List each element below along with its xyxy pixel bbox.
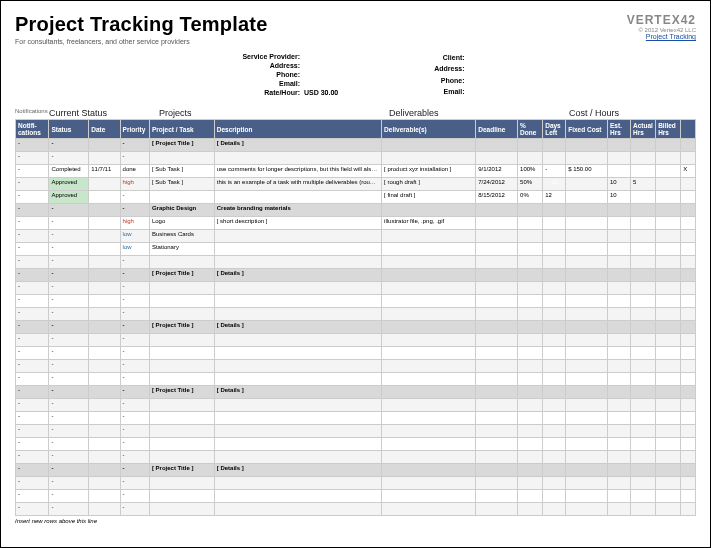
cell[interactable] xyxy=(543,490,566,503)
cell[interactable] xyxy=(149,451,214,464)
cell[interactable] xyxy=(543,503,566,516)
cell[interactable] xyxy=(681,256,696,269)
cell[interactable] xyxy=(89,477,120,490)
cell[interactable] xyxy=(382,334,476,347)
cell[interactable] xyxy=(476,243,518,256)
cell[interactable] xyxy=(543,334,566,347)
cell[interactable] xyxy=(214,399,381,412)
cell[interactable] xyxy=(608,503,631,516)
cell[interactable] xyxy=(608,165,631,178)
cell[interactable] xyxy=(631,204,656,217)
cell[interactable] xyxy=(631,269,656,282)
cell[interactable] xyxy=(382,399,476,412)
cell[interactable] xyxy=(149,412,214,425)
cell[interactable]: low xyxy=(120,230,149,243)
cell[interactable]: 8/15/2012 xyxy=(476,191,518,204)
cell[interactable]: - xyxy=(49,334,89,347)
cell[interactable]: illustrator file, .png, .gif xyxy=(382,217,476,230)
cell[interactable]: - xyxy=(16,230,49,243)
cell[interactable] xyxy=(476,230,518,243)
cell[interactable] xyxy=(608,334,631,347)
cell[interactable]: - xyxy=(120,191,149,204)
cell[interactable]: - xyxy=(49,269,89,282)
cell[interactable] xyxy=(543,347,566,360)
cell[interactable]: - xyxy=(49,152,89,165)
cell[interactable]: - xyxy=(49,425,89,438)
cell[interactable] xyxy=(476,347,518,360)
cell[interactable] xyxy=(543,295,566,308)
cell[interactable] xyxy=(608,321,631,334)
cell[interactable]: - xyxy=(49,308,89,321)
cell[interactable] xyxy=(608,386,631,399)
cell[interactable] xyxy=(608,204,631,217)
cell[interactable] xyxy=(566,321,608,334)
cell[interactable]: Completed xyxy=(49,165,89,178)
cell[interactable] xyxy=(656,191,681,204)
cell[interactable] xyxy=(681,360,696,373)
cell[interactable] xyxy=(518,347,543,360)
cell[interactable]: high xyxy=(120,178,149,191)
cell[interactable] xyxy=(214,243,381,256)
cell[interactable]: - xyxy=(16,438,49,451)
cell[interactable] xyxy=(214,490,381,503)
cell[interactable]: 7/24/2012 xyxy=(476,178,518,191)
cell[interactable]: - xyxy=(120,360,149,373)
cell[interactable] xyxy=(89,321,120,334)
cell[interactable] xyxy=(382,477,476,490)
cell[interactable] xyxy=(89,464,120,477)
cell[interactable] xyxy=(608,282,631,295)
cell[interactable]: - xyxy=(49,464,89,477)
cell[interactable] xyxy=(631,490,656,503)
cell[interactable] xyxy=(656,230,681,243)
cell[interactable] xyxy=(89,308,120,321)
cell[interactable]: - xyxy=(16,165,49,178)
cell[interactable] xyxy=(89,204,120,217)
cell[interactable]: - xyxy=(49,295,89,308)
cell[interactable] xyxy=(214,477,381,490)
cell[interactable] xyxy=(543,152,566,165)
cell[interactable] xyxy=(214,152,381,165)
cell[interactable] xyxy=(89,373,120,386)
cell[interactable] xyxy=(566,490,608,503)
cell[interactable] xyxy=(656,503,681,516)
cell[interactable]: - xyxy=(49,386,89,399)
cell[interactable] xyxy=(566,477,608,490)
cell[interactable]: - xyxy=(16,477,49,490)
cell[interactable]: [ Details ] xyxy=(214,464,381,477)
cell[interactable] xyxy=(382,464,476,477)
cell[interactable] xyxy=(382,360,476,373)
cell[interactable] xyxy=(631,191,656,204)
cell[interactable] xyxy=(149,308,214,321)
cell[interactable] xyxy=(518,464,543,477)
cell[interactable] xyxy=(89,217,120,230)
cell[interactable] xyxy=(214,425,381,438)
cell[interactable]: [ short description ] xyxy=(214,217,381,230)
cell[interactable] xyxy=(214,295,381,308)
cell[interactable] xyxy=(608,230,631,243)
cell[interactable]: - xyxy=(49,139,89,152)
cell[interactable] xyxy=(681,425,696,438)
cell[interactable] xyxy=(566,152,608,165)
cell[interactable] xyxy=(382,438,476,451)
cell[interactable] xyxy=(566,464,608,477)
cell[interactable] xyxy=(543,373,566,386)
cell[interactable] xyxy=(89,152,120,165)
project-tracking-link[interactable]: Project Tracking xyxy=(627,33,696,40)
cell[interactable] xyxy=(656,490,681,503)
cell[interactable]: - xyxy=(49,282,89,295)
cell[interactable]: - xyxy=(16,295,49,308)
cell[interactable] xyxy=(382,490,476,503)
cell[interactable] xyxy=(214,438,381,451)
cell[interactable] xyxy=(656,412,681,425)
cell[interactable]: 11/7/11 xyxy=(89,165,120,178)
cell[interactable] xyxy=(681,152,696,165)
cell[interactable] xyxy=(656,165,681,178)
cell[interactable]: [ final draft ] xyxy=(382,191,476,204)
cell[interactable] xyxy=(89,503,120,516)
cell[interactable] xyxy=(543,256,566,269)
cell[interactable] xyxy=(656,295,681,308)
cell[interactable] xyxy=(656,386,681,399)
cell[interactable]: - xyxy=(49,217,89,230)
cell[interactable] xyxy=(566,347,608,360)
cell[interactable]: - xyxy=(120,451,149,464)
